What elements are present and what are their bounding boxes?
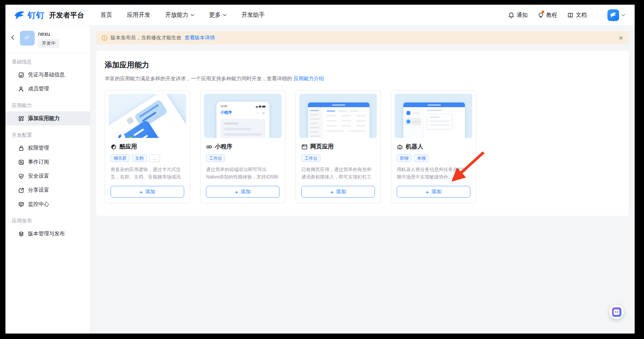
card-tags: 群聊 单聊 [397,154,470,162]
nav-more[interactable]: 更多 [209,11,227,19]
user-icon [18,86,24,92]
sidebar-item-monitor-center[interactable]: 监控中心 [5,197,90,211]
card-description: 将复杂的应用逻辑，通过卡片式交互，在群、文档、音视频等场域浅透出给成员快... [111,166,184,181]
close-icon[interactable]: ✕ [618,35,623,41]
info-icon [102,35,107,41]
add-miniapp-button[interactable]: + 添加 [206,186,280,198]
page-title: 添加应用能力 [105,60,620,70]
ai-assistant-button[interactable]: >.< [609,305,624,319]
add-robot-button[interactable]: + 添加 [397,186,470,198]
capability-intro-link[interactable]: 应用能力介绍 [294,76,324,81]
grid-add-icon [18,116,24,122]
id-card-icon [18,72,24,78]
sidebar-section-capability: 应用能力 添加应用能力 [5,97,90,126]
back-button[interactable] [10,35,16,42]
card-description: 已有网页应用，通过简单的免登和通讯录权限接入，即可实现钉钉工作台快捷使用。 [301,166,375,181]
chevron-down-icon [190,14,194,16]
tag: 单聊 [414,154,429,162]
sidebar-item-label: 权限管理 [28,145,49,152]
nav-dev-assistant[interactable]: 开发助手 [241,11,265,19]
sidebar-item-add-capability[interactable]: 添加应用能力 [5,111,90,125]
sidebar-item-security[interactable]: 安全设置 [5,169,90,183]
cool-app-icon [111,144,117,150]
app-status-badge: 开发中 [38,39,59,48]
tag: 聊天群 [111,154,130,162]
tag: 工作台 [206,154,225,162]
header-actions: 通知 教程 文档 [508,9,625,21]
sidebar-item-share-settings[interactable]: 分享设置 [5,183,90,197]
app-avatar [20,31,35,46]
brand[interactable]: 钉钉 开发者平台 [14,10,84,21]
shield-check-icon [18,173,24,179]
card-name: 小程序 [215,143,232,150]
chevron-down-icon [621,14,625,16]
app-window: 钉钉 开发者平台 首页 应用开发 开放能力 更多 开发助手 通知 教程 [5,5,635,334]
card-tags: 工作台 [206,154,280,162]
chevron-left-icon [10,35,16,40]
plus-icon: + [139,189,143,195]
card-robot: 机器人 群聊 单聊 用机器人将业务信息和任务在钉钉聊天场景中实现敏捷协作。 + … [391,90,476,203]
app-name: nexu [38,31,59,37]
sidebar-item-version-release[interactable]: 版本管理与发布 [5,227,90,241]
tag-more: … [149,154,160,162]
bell-icon [508,12,514,18]
card-name: 酷应用 [120,143,137,150]
share-icon [18,187,24,193]
tag: 工作台 [301,154,320,162]
preview-controls: ⋯ ◎ [257,111,266,115]
sidebar-section-release: 应用发布 版本管理与发布 [5,212,90,242]
account-menu[interactable] [607,9,625,21]
nav-home[interactable]: 首页 [100,11,112,19]
subtitle-text: 丰富的应用能力满足多样的开发诉求，一个应用支持多种能力同时开发，查看详细的 [105,76,292,81]
preview-title: 小程序 [220,110,232,115]
chevron-down-icon [223,14,227,16]
plus-icon: + [235,189,238,195]
preview-time: 10:00 [220,105,227,108]
miniapp-preview: 10:00 小程序 ⋯ ◎ [204,94,282,138]
card-name: 网页应用 [310,143,334,150]
view-version-link[interactable]: 查看版本详情 [185,34,215,41]
sidebar-item-credentials[interactable]: 凭证与基础信息 [5,68,90,82]
docs-button[interactable]: 文档 [567,12,587,19]
tag: 群聊 [397,154,412,162]
card-miniapp: 10:00 小程序 ⋯ ◎ [200,90,285,203]
sidebar-item-label: 监控中心 [28,201,49,208]
brand-name: 钉钉 [28,10,45,21]
tutorial-button[interactable]: 教程 [538,12,557,19]
section-title: 应用能力 [5,102,90,109]
page-subtitle: 丰富的应用能力满足多样的开发诉求，一个应用支持多种能力同时开发，查看详细的 应用… [105,75,620,82]
sidebar-item-event-subscription[interactable]: 事件订阅 [5,155,90,169]
plus-icon: + [330,189,334,195]
preview-window [403,102,465,138]
banner-text: 版本发布后，当前修改才能生效 [111,34,181,41]
nav-open-capability[interactable]: 开放能力 [165,11,194,19]
sidebar-item-members[interactable]: 成员管理 [5,82,90,96]
add-webapp-button[interactable]: + 添加 [301,186,375,198]
cool-app-preview [109,94,186,138]
card-tags: 聊天群 文档 … [111,154,184,162]
sidebar-item-label: 凭证与基础信息 [28,71,65,78]
card-webapp: 网页应用 工作台 已有网页应用，通过简单的免登和通讯录权限接入，即可实现钉钉工作… [296,90,381,203]
sidebar-item-permissions[interactable]: 权限管理 [5,141,90,155]
layers-icon [18,231,24,237]
sidebar-item-label: 事件订阅 [28,159,49,166]
robot-icon [397,144,403,150]
section-title: 开发配置 [5,132,90,139]
robot-preview [395,94,472,138]
monitor-icon [18,201,24,207]
sidebar-item-label: 版本管理与发布 [28,230,65,237]
miniapp-icon [206,144,212,150]
add-cool-app-button[interactable]: + 添加 [111,186,184,198]
lock-icon [18,145,24,151]
card-cool-app: 酷应用 聊天群 文档 … 将复杂的应用逻辑，通过卡片式交互，在群、文档、音视频等… [105,90,190,203]
notifications-button[interactable]: 通知 [508,12,528,19]
dingtalk-wing-icon [610,12,617,18]
main-content: 版本发布后，当前修改才能生效 查看版本详情 ✕ 添加应用能力 丰富的应用能力满足… [90,26,635,334]
sidebar-item-label: 安全设置 [28,173,49,180]
app-header: nexu 开发中 [5,26,90,53]
top-navbar: 钉钉 开发者平台 首页 应用开发 开放能力 更多 开发助手 通知 教程 [5,5,635,26]
sidebar-item-label: 添加应用能力 [28,115,60,122]
card-tags: 工作台 [301,154,375,162]
preview-phone: 10:00 小程序 ⋯ ◎ [216,102,269,138]
nav-app-dev[interactable]: 应用开发 [127,11,150,19]
